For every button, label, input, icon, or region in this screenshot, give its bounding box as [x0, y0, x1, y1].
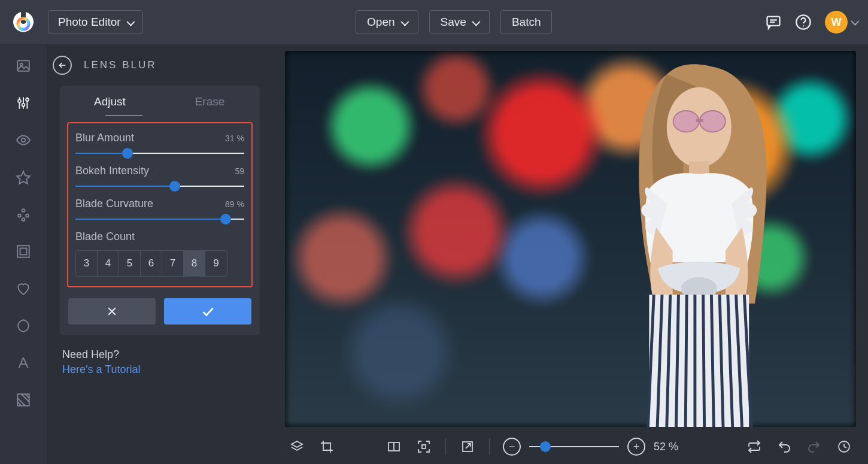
slider-fill [75, 219, 226, 220]
svg-point-33 [700, 111, 726, 132]
chevron-down-icon [472, 16, 478, 29]
help-icon[interactable] [795, 14, 812, 31]
tool-rail [0, 45, 47, 464]
tab-indicator [105, 116, 142, 116]
svg-point-13 [26, 98, 29, 101]
mode-picker[interactable]: Photo Editor [48, 10, 143, 34]
slider-track[interactable] [75, 219, 244, 220]
svg-line-55 [466, 444, 471, 448]
zoom-out-button[interactable]: − [503, 438, 521, 456]
slider-thumb[interactable] [169, 181, 180, 192]
redo-icon[interactable] [806, 438, 823, 455]
slider-thumb[interactable] [220, 214, 231, 225]
heart-tool[interactable] [14, 280, 32, 298]
slider-bokeh-intensity: Bokeh Intensity 59 [75, 165, 244, 187]
adjust-controls-highlight: Blur Amount 31 % Bokeh Intensity 59 [67, 122, 253, 287]
blade-count-option-6[interactable]: 6 [141, 251, 162, 276]
adjust-tool[interactable] [14, 94, 32, 112]
svg-point-32 [673, 111, 699, 132]
svg-line-26 [22, 394, 29, 402]
back-button[interactable] [53, 56, 72, 75]
slider-fill [75, 186, 175, 187]
tab-erase[interactable]: Erase [160, 86, 260, 116]
batch-button[interactable]: Batch [500, 10, 553, 34]
layers-icon[interactable] [289, 438, 305, 455]
svg-point-17 [18, 214, 21, 217]
svg-marker-22 [18, 320, 28, 332]
zoom-in-button[interactable]: + [627, 438, 645, 456]
blade-count-option-8[interactable]: 8 [184, 251, 205, 276]
tutorial-link[interactable]: Here's a Tutorial [62, 363, 257, 376]
blade-count-option-9[interactable]: 9 [205, 251, 227, 276]
svg-point-19 [22, 218, 25, 221]
side-panel: LENS BLUR Adjust Erase Blur Amount 31 % [47, 45, 273, 464]
account-menu[interactable]: W [825, 11, 857, 34]
slider-fill [75, 153, 128, 154]
slider-value: 31 % [225, 134, 244, 143]
topbar: Photo Editor Open Save Batch [0, 0, 868, 45]
svg-point-11 [22, 104, 25, 107]
loop-icon[interactable] [746, 438, 763, 455]
compare-icon[interactable] [386, 438, 402, 455]
blade-count-option-3[interactable]: 3 [76, 251, 98, 276]
svg-marker-15 [17, 171, 30, 184]
svg-line-24 [17, 398, 25, 406]
svg-rect-21 [20, 248, 27, 255]
text-tool[interactable] [14, 354, 32, 372]
cancel-button[interactable] [68, 298, 156, 325]
blade-count-option-4[interactable]: 4 [98, 251, 119, 276]
texture-tool[interactable] [14, 391, 32, 409]
open-label: Open [367, 16, 394, 29]
undo-icon[interactable] [776, 438, 793, 455]
history-icon[interactable] [836, 438, 852, 455]
svg-rect-35 [696, 119, 703, 122]
slider-value: 89 % [225, 199, 244, 209]
nodes-tool[interactable] [14, 205, 32, 223]
blade-count-option-7[interactable]: 7 [162, 251, 184, 276]
slider-blur-amount: Blur Amount 31 % [75, 132, 244, 154]
svg-rect-6 [17, 60, 29, 71]
slider-track[interactable] [75, 153, 244, 154]
slider-label: Blade Curvature [75, 198, 153, 210]
batch-label: Batch [512, 16, 541, 29]
zoom-group: − + 52 % [503, 438, 678, 456]
eye-tool[interactable] [14, 131, 32, 149]
fit-icon[interactable] [415, 438, 432, 455]
svg-point-16 [22, 209, 25, 212]
panel-title: LENS BLUR [84, 59, 156, 71]
canvas-stage[interactable] [285, 51, 856, 427]
avatar-letter: W [831, 16, 842, 29]
slider-value: 59 [235, 166, 244, 176]
popout-icon[interactable] [459, 438, 476, 455]
slider-track[interactable] [75, 186, 244, 187]
tab-adjust[interactable]: Adjust [60, 86, 160, 116]
save-button[interactable]: Save [429, 10, 490, 34]
app-logo[interactable] [11, 10, 36, 35]
slider-thumb[interactable] [540, 441, 551, 452]
photo-subject [570, 51, 822, 427]
blade-count-option-5[interactable]: 5 [119, 251, 141, 276]
help-block: Need Help? Here's a Tutorial [62, 348, 257, 376]
open-button[interactable]: Open [356, 10, 418, 34]
slider-label: Blur Amount [75, 132, 134, 144]
canvas-area: − + 52 % [273, 45, 868, 464]
star-tool[interactable] [14, 168, 32, 186]
chevron-down-icon [851, 17, 857, 28]
slider-thumb[interactable] [122, 148, 133, 159]
svg-point-18 [26, 214, 29, 217]
image-tool[interactable] [14, 57, 32, 75]
help-question: Need Help? [62, 348, 257, 361]
crop-icon[interactable] [318, 438, 335, 455]
frame-tool[interactable] [14, 242, 32, 260]
zoom-slider[interactable] [529, 446, 619, 447]
divider [489, 438, 490, 455]
badge-tool[interactable] [14, 317, 32, 335]
svg-rect-1 [767, 17, 780, 26]
svg-point-14 [22, 138, 26, 142]
feedback-icon[interactable] [765, 14, 782, 31]
adjust-card: Adjust Erase Blur Amount 31 % [60, 86, 260, 335]
avatar: W [825, 11, 848, 34]
apply-button[interactable] [164, 298, 251, 325]
svg-rect-53 [422, 445, 426, 448]
slider-blade-curvature: Blade Curvature 89 % [75, 198, 244, 220]
